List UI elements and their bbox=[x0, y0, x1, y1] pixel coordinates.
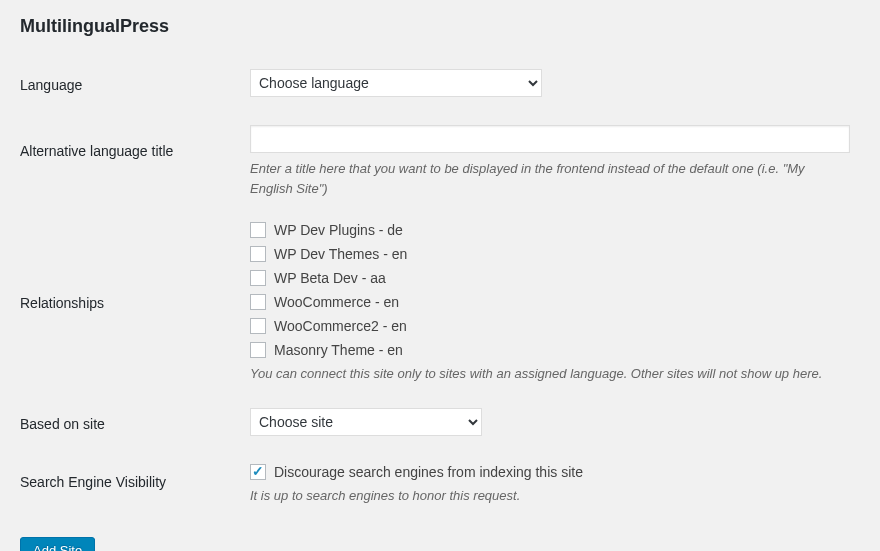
relationship-checkbox[interactable] bbox=[250, 246, 266, 262]
relationship-item: WooCommerce - en bbox=[250, 294, 850, 310]
relationship-label: WP Beta Dev - aa bbox=[274, 270, 386, 286]
relationship-item: WP Beta Dev - aa bbox=[250, 270, 850, 286]
relationships-list: WP Dev Plugins - deWP Dev Themes - enWP … bbox=[250, 222, 850, 358]
relationship-label: Masonry Theme - en bbox=[274, 342, 403, 358]
search-engine-description: It is up to search engines to honor this… bbox=[250, 486, 850, 506]
relationship-checkbox[interactable] bbox=[250, 270, 266, 286]
alt-title-description: Enter a title here that you want to be d… bbox=[250, 159, 850, 198]
settings-form-table: Language Choose language Alternative lan… bbox=[20, 57, 860, 517]
search-engine-checkbox-row: Discourage search engines from indexing … bbox=[250, 464, 850, 480]
label-relationships: Relationships bbox=[20, 210, 250, 396]
language-select[interactable]: Choose language bbox=[250, 69, 542, 97]
relationship-item: WP Dev Plugins - de bbox=[250, 222, 850, 238]
relationship-label: WooCommerce2 - en bbox=[274, 318, 407, 334]
row-relationships: Relationships WP Dev Plugins - deWP Dev … bbox=[20, 210, 860, 396]
row-alt-title: Alternative language title Enter a title… bbox=[20, 113, 860, 210]
label-based-on-site: Based on site bbox=[20, 396, 250, 452]
alt-title-input[interactable] bbox=[250, 125, 850, 153]
row-search-engine: Search Engine Visibility Discourage sear… bbox=[20, 452, 860, 518]
label-language: Language bbox=[20, 57, 250, 113]
row-based-on-site: Based on site Choose site bbox=[20, 396, 860, 452]
based-on-site-select[interactable]: Choose site bbox=[250, 408, 482, 436]
label-search-engine: Search Engine Visibility bbox=[20, 452, 250, 518]
search-engine-checkbox[interactable] bbox=[250, 464, 266, 480]
row-language: Language Choose language bbox=[20, 57, 860, 113]
relationship-checkbox[interactable] bbox=[250, 342, 266, 358]
relationship-item: WooCommerce2 - en bbox=[250, 318, 850, 334]
relationship-checkbox[interactable] bbox=[250, 222, 266, 238]
section-title: MultilingualPress bbox=[20, 10, 860, 37]
search-engine-checkbox-label: Discourage search engines from indexing … bbox=[274, 464, 583, 480]
relationship-item: Masonry Theme - en bbox=[250, 342, 850, 358]
add-site-button[interactable]: Add Site bbox=[20, 537, 95, 551]
label-alt-title: Alternative language title bbox=[20, 113, 250, 210]
relationship-checkbox[interactable] bbox=[250, 318, 266, 334]
relationship-label: WP Dev Themes - en bbox=[274, 246, 407, 262]
relationships-description: You can connect this site only to sites … bbox=[250, 364, 850, 384]
relationship-label: WooCommerce - en bbox=[274, 294, 399, 310]
relationship-checkbox[interactable] bbox=[250, 294, 266, 310]
relationship-label: WP Dev Plugins - de bbox=[274, 222, 403, 238]
relationship-item: WP Dev Themes - en bbox=[250, 246, 850, 262]
